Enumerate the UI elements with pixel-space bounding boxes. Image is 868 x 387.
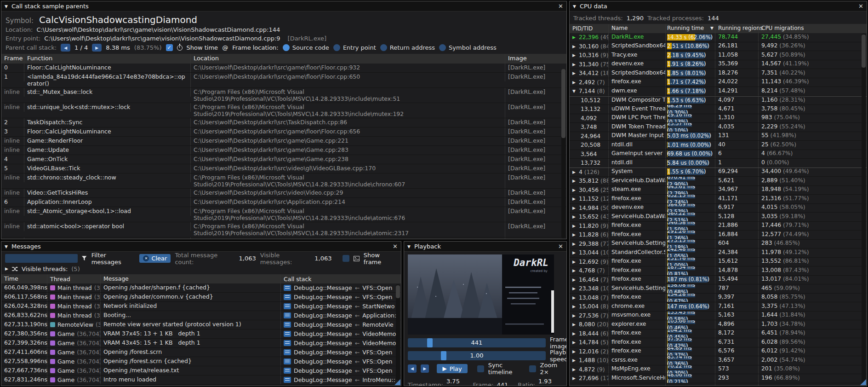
message-callstack[interactable]: DebugLog::Message ← VFS::Open xyxy=(281,348,401,357)
cpu-process-row[interactable]: ▶ 11,152 (12) firefox.exe 632.15 ms (2.7… xyxy=(570,195,867,204)
callstack-row[interactable]: 0 Floor::CalcLightNoLuminance C:\Users\w… xyxy=(1,64,566,73)
expand-arrow-icon[interactable]: ▶ xyxy=(572,71,577,75)
message-row[interactable]: 606,117,568ns Main thread (31,596) Openi… xyxy=(1,293,401,302)
expand-arrow-icon[interactable]: ▶ xyxy=(572,35,577,40)
col-cpu-migrations[interactable]: CPU migrations xyxy=(759,24,867,33)
pid-cell[interactable]: ▶ 11,152 (12) xyxy=(570,195,609,203)
message-row[interactable]: 627,667,736ns Game (36,704) Opening /met… xyxy=(1,366,401,375)
pid-cell[interactable]: ▶ 13,048 (7) xyxy=(570,294,609,302)
cpu-process-row[interactable]: ▶ 11,828 (6) firefox.exe 291.26 ms (1.26… xyxy=(570,231,867,240)
show-frame-checkbox[interactable] xyxy=(343,255,349,262)
col-frame[interactable]: Frame xyxy=(1,54,24,63)
cpu-process-row[interactable]: ▶ 16,464 (7) firefox.exe 187 ms (0.81%) … xyxy=(570,276,867,285)
pid-cell[interactable]: ▶ 16,464 (7) xyxy=(570,276,609,284)
expand-arrow-icon[interactable]: ▶ xyxy=(572,322,577,327)
cpu-process-row[interactable]: 13,732 ntdll.dll 5.84 us (0.00%) 1 0 (0.… xyxy=(570,159,867,168)
col-function[interactable]: Function xyxy=(24,54,191,63)
message-row[interactable]: 606,049,398ns Main thread (31,596) Openi… xyxy=(1,283,401,293)
prev-stack-button[interactable]: ◀ xyxy=(61,44,70,52)
expand-arrow-icon[interactable]: ▶ xyxy=(572,44,577,49)
collapse-icon[interactable]: ▼ xyxy=(5,4,8,9)
pid-cell[interactable]: ▶ 8,080 (20) xyxy=(570,320,609,329)
message-callstack[interactable]: DebugLog::Message ← VFS::Open xyxy=(281,293,401,301)
expand-arrow-icon[interactable]: ▶ xyxy=(572,260,577,264)
radio-return-address-label[interactable]: Return address xyxy=(390,44,435,51)
col-pid-tid[interactable]: PID/TID xyxy=(570,24,609,33)
cpu-process-row[interactable]: ▶ 15,652 (43) ServiceHub.DataWarehou 580… xyxy=(570,213,867,222)
pid-cell[interactable]: ▶ 30,160 (84) xyxy=(570,42,609,51)
callstack-row[interactable]: 5 VideoGLBase::Tick C:\Users\wolf\Deskto… xyxy=(1,164,566,173)
cpu-process-row[interactable]: ▶ 30,160 (84) ScriptedSandbox64.exe 2.51… xyxy=(570,42,867,52)
cpu-process-row[interactable]: ▶ 10,316 (9) Tracy.exe 2.18 s (9.45%) 11… xyxy=(570,51,867,60)
callstack-row[interactable]: inline std::_Atomic_storage<bool,1>::loa… xyxy=(1,207,566,222)
expand-arrow-icon[interactable]: ▶ xyxy=(572,214,577,219)
expand-arrow-icon[interactable]: ▶ xyxy=(572,367,577,372)
pid-cell[interactable]: ▶ 23,348 (106) xyxy=(570,284,609,293)
cpu-process-row[interactable]: ▶ 8,080 (20) explorer.exe 105.66 ms (0.4… xyxy=(570,320,867,329)
pid-cell[interactable]: ▶ 15,004 (8) xyxy=(570,302,609,311)
frame-image-slider[interactable]: 441 xyxy=(408,338,546,347)
callstack-row[interactable]: inline std::atomic<bool>::operator bool … xyxy=(1,222,566,237)
message-callstack[interactable]: DebugLog::Message ← VideoMemo xyxy=(281,329,401,338)
expand-arrow-icon[interactable]: ▶ xyxy=(572,358,577,363)
callstack-list-icon[interactable] xyxy=(284,331,291,337)
zoom-2x-checkbox[interactable] xyxy=(529,365,536,372)
pid-cell[interactable]: ▶ 27,536 (7) xyxy=(570,312,609,320)
expand-arrow-icon[interactable]: ▶ xyxy=(572,80,577,85)
expand-arrow-icon[interactable]: ▶ xyxy=(572,188,577,192)
pid-cell[interactable]: ▶ 14,984 (50) xyxy=(570,204,609,213)
callstack-list-icon[interactable] xyxy=(284,312,291,318)
cpu-process-row[interactable]: ▶ 4 (126) System 1.55 s (6.70%) 69,294 3… xyxy=(570,168,867,177)
message-row[interactable]: 627,558,996ns Game (36,704) Opening /for… xyxy=(1,357,401,366)
callstack-scrollbar[interactable] xyxy=(561,69,565,238)
callstack-row[interactable]: inline std::_Mutex_base::lock C:\Program… xyxy=(1,88,566,103)
pid-cell[interactable]: 4,092 xyxy=(570,114,609,123)
visible-threads-row[interactable]: ▶ Visible threads: (5) xyxy=(1,264,401,274)
pid-cell[interactable]: ▶ 34,412 (18) xyxy=(570,69,609,78)
expand-arrow-icon[interactable]: ▶ xyxy=(572,286,577,291)
pid-cell[interactable]: ▼ 7,144 (8) xyxy=(570,87,609,96)
col-location[interactable]: Location xyxy=(191,54,505,63)
callstack-row[interactable]: inline Game::RenderFloor C:\Users\wolf\D… xyxy=(1,137,566,146)
message-callstack[interactable]: DebugLog::Message ← VFS::Open xyxy=(281,357,401,366)
filter-input[interactable] xyxy=(5,254,78,263)
pid-cell[interactable]: ▶ 13,044 (10) xyxy=(570,248,609,257)
callstack-row[interactable]: 1 <lambda_84a19dc444fae966ca174e83e708bd… xyxy=(1,73,566,88)
cpu-process-row[interactable]: ▶ 18,444 (6) firefox.exe 104.2 ms (0.45%… xyxy=(570,329,867,339)
cpu-process-row[interactable]: ▶ 12,692 (9) firefox.exe 231.76 ms (1.00… xyxy=(570,258,867,267)
pid-cell[interactable]: ▶ 22,396 (49) xyxy=(570,33,609,42)
callstack-row[interactable]: 7 Application::Run C:\Users\wolf\Desktop… xyxy=(1,237,566,239)
cpu-process-row[interactable]: ▶ 29,388 (77) ServiceHub.SettingsHost 27… xyxy=(570,240,867,249)
expand-arrow-icon[interactable]: ▶ xyxy=(572,385,577,386)
cpu-process-row[interactable]: ▶ 31,340 (75) devenv.exe 1.91 s (8.26%) … xyxy=(570,60,867,69)
expand-arrow-icon[interactable]: ▶ xyxy=(572,53,577,58)
pid-cell[interactable]: ▶ 14,784 (5) xyxy=(570,338,609,347)
callstack-list-icon[interactable] xyxy=(284,377,291,383)
col-time[interactable]: Time xyxy=(1,275,47,283)
expand-arrow-icon[interactable]: ▶ xyxy=(5,266,8,271)
cpu-process-row[interactable]: ▶ 27,696 (17) Microsoft.ServiceHub.Co 48… xyxy=(570,374,867,383)
message-row[interactable]: 626,024,328ns Main thread (31,596) Netwo… xyxy=(1,302,401,311)
cpu-process-row[interactable]: ▶ 23,348 (106) ServiceHub.SettingsHost 1… xyxy=(570,284,867,294)
pid-cell[interactable]: ▶ 30,456 (25) xyxy=(570,186,609,195)
pid-cell[interactable]: 20,508 xyxy=(570,141,609,150)
callstack-row[interactable]: inline Video::GetTicksHiRes C:\Users\wol… xyxy=(1,189,566,198)
radio-entry-point-label[interactable]: Entry point xyxy=(343,44,376,51)
cpu-process-row[interactable]: ▶ 12,016 (2) firefox.exe 84.89 ms (0.37%… xyxy=(570,347,867,357)
pid-cell[interactable]: ▶ 27,696 (17) xyxy=(570,374,609,383)
collapse-icon[interactable]: ▼ xyxy=(407,244,411,249)
callstack-row[interactable]: 4 Game::OnTick C:\Users\wolf\Desktop\dar… xyxy=(1,155,566,164)
close-icon[interactable]: ✕ xyxy=(858,3,863,9)
expand-arrow-icon[interactable]: ▶ xyxy=(572,179,577,183)
cpu-process-row[interactable]: ▶ 34,412 (18) ScriptedSandbox64.exe 1.85… xyxy=(570,69,867,78)
cpu-process-row[interactable]: 20,508 ntdll.dll 1.01 ms (0.00%) 40 25 (… xyxy=(570,141,867,150)
expand-arrow-icon[interactable]: ▼ xyxy=(572,89,577,93)
radio-symbol-address[interactable] xyxy=(439,44,446,51)
next-stack-button[interactable]: ▶ xyxy=(92,44,102,52)
expand-arrow-icon[interactable]: ▶ xyxy=(572,304,577,309)
step-forward-button[interactable]: ▶ xyxy=(421,364,429,373)
callstack-list-icon[interactable] xyxy=(284,349,291,355)
pid-cell[interactable]: ▶ 4,872 (9) xyxy=(570,365,609,374)
message-callstack[interactable]: DebugLog::Message ← Application: xyxy=(281,311,401,320)
cpu-process-row[interactable]: ▶ xyxy=(570,383,867,387)
